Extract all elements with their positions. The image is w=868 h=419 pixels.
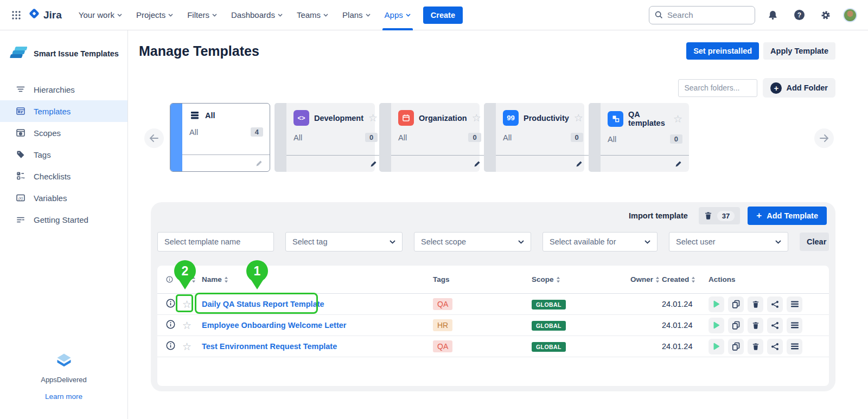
folder-star-icon[interactable]: ☆ [368, 112, 378, 124]
share-button[interactable] [767, 339, 783, 354]
sidebar-item-checklists[interactable]: Checklists [0, 165, 127, 187]
favorite-star-icon[interactable]: ☆ [182, 341, 202, 352]
filter-template-name-input[interactable] [157, 232, 274, 252]
search-folders-input[interactable] [678, 79, 757, 97]
import-template-link[interactable]: Import template [629, 211, 688, 220]
topbar-right-cluster: ? [649, 6, 857, 24]
template-name-link[interactable]: Employee Onboarding Welcome Letter [202, 321, 433, 330]
more-menu-button[interactable] [787, 339, 802, 354]
apply-play-button[interactable] [709, 296, 724, 312]
apply-play-button[interactable] [709, 339, 724, 354]
notifications-bell-icon[interactable] [763, 6, 782, 24]
folder-card-productivity[interactable]: 99 Productivity ☆ All 0 [484, 103, 584, 172]
user-avatar[interactable] [843, 8, 857, 22]
nav-plans[interactable]: Plans [339, 0, 374, 30]
favorite-column-header[interactable]: ★ [182, 275, 202, 285]
folder-title: Development [314, 114, 363, 123]
row-info-icon[interactable] [166, 341, 182, 352]
learn-more-link[interactable]: Learn more [0, 392, 127, 401]
share-button[interactable] [767, 296, 783, 312]
productivity-quote-icon: 99 [503, 110, 519, 126]
filter-available-for-select[interactable]: Select available for [542, 232, 658, 252]
create-button[interactable]: Create [423, 7, 463, 24]
clear-filters-button[interactable]: Clear [800, 233, 829, 251]
filter-tag-select[interactable]: Select tag [285, 232, 403, 252]
scope-column-header[interactable]: Scope [532, 275, 630, 283]
jira-logo[interactable]: Jira [28, 8, 62, 22]
svg-text:(x): (x) [18, 196, 23, 201]
folder-star-icon[interactable]: ☆ [472, 112, 481, 124]
copy-button[interactable] [728, 339, 744, 354]
nav-dashboards[interactable]: Dashboards [228, 0, 286, 30]
copy-button[interactable] [728, 318, 744, 333]
app-switcher-icon[interactable] [8, 7, 25, 24]
help-icon[interactable]: ? [790, 6, 808, 24]
delete-button[interactable] [748, 318, 763, 333]
trash-bin-button[interactable]: 37 [699, 207, 740, 224]
carousel-left-arrow[interactable] [144, 128, 164, 148]
scopes-icon [15, 127, 26, 138]
edit-pencil-icon[interactable] [675, 160, 682, 167]
folder-star-icon[interactable]: ☆ [673, 113, 682, 125]
sidebar-item-tags[interactable]: Tags [0, 144, 127, 165]
add-template-button[interactable]: + Add Template [748, 207, 827, 225]
sidebar-item-scopes[interactable]: Scopes [0, 122, 127, 144]
more-menu-button[interactable] [787, 318, 802, 333]
owner-column-header[interactable]: Owner [630, 275, 662, 283]
folder-card-organization[interactable]: Organization ☆ All 0 [379, 103, 480, 172]
template-name-link[interactable]: Test Environment Request Template [202, 342, 433, 351]
plus-icon: + [756, 210, 762, 221]
nav-filters[interactable]: Filters [184, 0, 220, 30]
scope-badge: GLOBAL [532, 321, 566, 331]
favorite-star-icon[interactable]: ☆ [182, 320, 202, 331]
folder-card-development[interactable]: <> Development ☆ All 0 [275, 103, 375, 172]
nav-teams[interactable]: Teams [293, 0, 331, 30]
appsdelivered-brand: AppsDelivered [0, 376, 127, 384]
share-button[interactable] [767, 318, 783, 333]
delete-button[interactable] [748, 296, 763, 312]
info-column-header [166, 276, 182, 283]
info-icon [166, 276, 173, 283]
template-name-link[interactable]: Daily QA Status Report Template [202, 300, 433, 308]
folder-title: Productivity [524, 114, 569, 123]
apply-play-button[interactable] [709, 318, 724, 333]
folder-card-qa-templates[interactable]: QA templates ☆ All 0 [589, 103, 689, 172]
favorite-star-icon[interactable]: ☆ [182, 299, 202, 310]
edit-pencil-icon[interactable] [576, 160, 583, 167]
copy-button[interactable] [728, 296, 744, 312]
name-column-header[interactable]: Name [202, 275, 433, 283]
sidebar-item-templates[interactable]: Templates [0, 100, 127, 122]
sort-icon [655, 276, 660, 283]
sidebar-item-variables[interactable]: (x) Variables [0, 187, 127, 209]
nav-your-work[interactable]: Your work [75, 0, 125, 30]
nav-apps[interactable]: Apps [381, 0, 414, 30]
more-menu-button[interactable] [787, 296, 802, 312]
folder-star-icon[interactable]: ☆ [574, 112, 583, 124]
folder-count-badge: 0 [670, 134, 682, 144]
sort-icon [691, 276, 695, 283]
delete-button[interactable] [748, 339, 763, 354]
carousel-right-arrow[interactable] [814, 128, 834, 148]
nav-projects[interactable]: Projects [133, 0, 176, 30]
filter-scope-select[interactable]: Select scope [414, 232, 531, 252]
chevron-down-icon [168, 14, 173, 17]
row-info-icon[interactable] [166, 320, 182, 331]
page-header-actions: Set preinstalled Apply Template [686, 42, 835, 60]
search-input[interactable] [667, 10, 743, 20]
folder-card-all[interactable]: All All 4 [170, 103, 270, 172]
sidebar-item-hierarchies[interactable]: Hierarchies [0, 79, 127, 100]
apply-template-button[interactable]: Apply Template [763, 42, 835, 60]
sidebar-item-getting-started[interactable]: Getting Started [0, 209, 127, 230]
row-info-icon[interactable] [166, 299, 182, 310]
global-search[interactable] [649, 6, 755, 24]
filter-user-select[interactable]: Select user [669, 232, 788, 252]
add-folder-button[interactable]: + Add Folder [763, 78, 835, 98]
edit-pencil-icon[interactable] [474, 160, 481, 167]
edit-pencil-icon[interactable] [256, 159, 263, 167]
checklists-icon [15, 171, 26, 182]
settings-gear-icon[interactable] [816, 6, 835, 24]
edit-pencil-icon[interactable] [370, 160, 378, 167]
folder-cards: All All 4 <> Development ☆ [170, 103, 689, 172]
set-preinstalled-button[interactable]: Set preinstalled [686, 42, 759, 60]
created-column-header[interactable]: Created [662, 275, 709, 283]
